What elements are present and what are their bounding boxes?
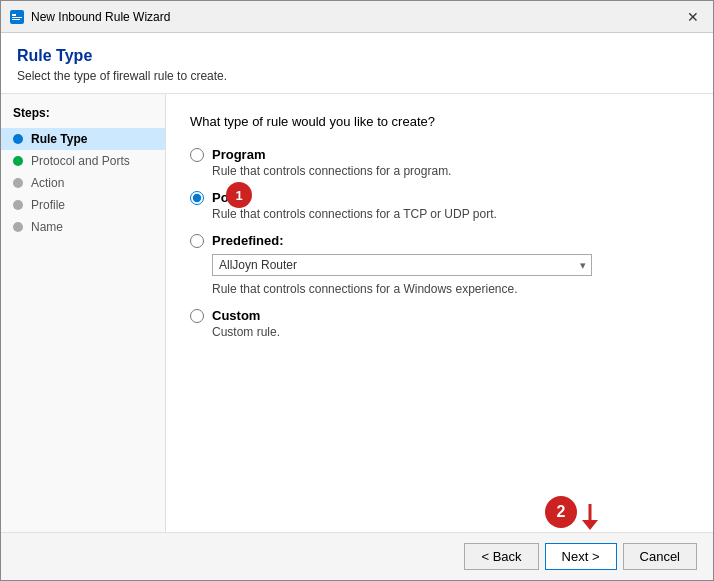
steps-label: Steps: [1,106,165,128]
desc-predefined: Rule that controls connections for a Win… [212,282,689,296]
sidebar-item-protocol[interactable]: Protocol and Ports [1,150,165,172]
step-dot-name [13,222,23,232]
sidebar-label-profile: Profile [31,198,65,212]
back-button[interactable]: < Back [464,543,538,570]
close-button[interactable]: ✕ [681,5,705,29]
footer: 2 < Back Next > Cancel [1,532,713,580]
option-port: Port 1 Rule that controls connections fo… [190,190,689,221]
label-predefined[interactable]: Predefined: [212,233,284,248]
svg-marker-5 [582,520,598,530]
cancel-button[interactable]: Cancel [623,543,697,570]
sidebar-label-name: Name [31,220,63,234]
desc-program: Rule that controls connections for a pro… [212,164,689,178]
svg-rect-2 [12,17,22,18]
window-icon [9,9,25,25]
option-predefined-row: Predefined: [190,233,689,248]
option-program-row: Program [190,147,689,162]
option-port-row: Port 1 [190,190,689,205]
radio-predefined[interactable] [190,234,204,248]
step-dot-action [13,178,23,188]
option-custom: Custom Custom rule. [190,308,689,339]
content-area: Steps: Rule Type Protocol and Ports Acti… [1,94,713,532]
sidebar-item-rule-type[interactable]: Rule Type [1,128,165,150]
step-dot-protocol [13,156,23,166]
svg-rect-3 [12,19,20,20]
page-header: Rule Type Select the type of firewall ru… [1,33,713,94]
sidebar-item-name[interactable]: Name [1,216,165,238]
title-bar: New Inbound Rule Wizard ✕ [1,1,713,33]
svg-rect-1 [12,14,16,16]
sidebar-label-protocol: Protocol and Ports [31,154,130,168]
main-panel: What type of rule would you like to crea… [166,94,713,532]
option-group: Program Rule that controls connections f… [190,147,689,339]
badge-1: 1 [226,182,252,208]
step-dot-rule-type [13,134,23,144]
sidebar-item-profile[interactable]: Profile [1,194,165,216]
label-program[interactable]: Program [212,147,265,162]
desc-port: Rule that controls connections for a TCP… [212,207,689,221]
radio-custom[interactable] [190,309,204,323]
option-custom-row: Custom [190,308,689,323]
arrow-annotation [575,502,605,532]
predefined-dropdown-wrapper: AllJoyn Router [212,254,592,276]
predefined-dropdown[interactable]: AllJoyn Router [212,254,592,276]
desc-custom: Custom rule. [212,325,689,339]
option-program: Program Rule that controls connections f… [190,147,689,178]
page-subtitle: Select the type of firewall rule to crea… [17,69,697,83]
window: New Inbound Rule Wizard ✕ Rule Type Sele… [0,0,714,581]
main-question: What type of rule would you like to crea… [190,114,689,129]
window-title: New Inbound Rule Wizard [31,10,681,24]
radio-program[interactable] [190,148,204,162]
page-title: Rule Type [17,47,697,65]
sidebar: Steps: Rule Type Protocol and Ports Acti… [1,94,166,532]
label-custom[interactable]: Custom [212,308,260,323]
badge-2: 2 [545,496,577,528]
predefined-dropdown-container: AllJoyn Router [212,254,689,276]
step-dot-profile [13,200,23,210]
sidebar-label-rule-type: Rule Type [31,132,87,146]
sidebar-item-action[interactable]: Action [1,172,165,194]
radio-port[interactable] [190,191,204,205]
option-predefined: Predefined: AllJoyn Router Rule that con… [190,233,689,296]
next-button[interactable]: Next > [545,543,617,570]
sidebar-label-action: Action [31,176,64,190]
